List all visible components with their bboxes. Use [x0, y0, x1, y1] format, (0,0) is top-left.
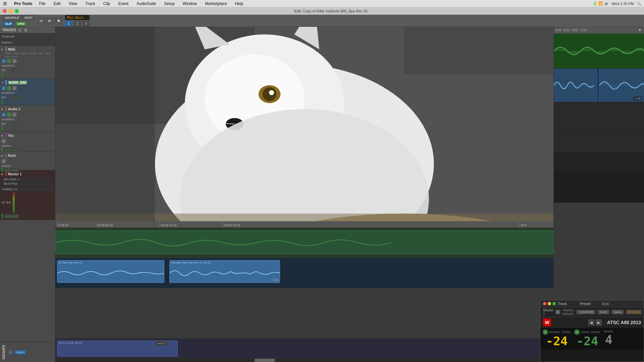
maximize-button[interactable]	[15, 9, 19, 13]
me-subtrack-list: 0090 · 0090 · 0090 · DeSL · Mic · Tikz ·…	[1, 52, 54, 58]
counter-3[interactable]: 3	[82, 21, 90, 26]
track-item-markers: Markers	[0, 40, 55, 46]
stop-button[interactable]: ⏹	[55, 17, 62, 24]
video-frame	[55, 27, 553, 221]
bypass-btn[interactable]: BYPASS	[626, 310, 642, 314]
scrollbar-thumb[interactable]	[255, 359, 275, 362]
waves-logo: W	[543, 318, 551, 326]
loudness-meters: SHORT TERM -24 LONG TERM -24 RANG 4	[540, 328, 644, 349]
apple-menu[interactable]: ⌘	[3, 1, 7, 6]
wf-track-empty2	[554, 132, 644, 153]
me-read-button[interactable]: read	[12, 68, 20, 72]
menu-track[interactable]: Track	[84, 1, 97, 6]
app-name[interactable]: Pro Tools	[14, 1, 32, 6]
group-item-all[interactable]: <ALL>	[14, 350, 26, 355]
nr009-input-button[interactable]: I	[7, 86, 11, 90]
master1-output: Analog 1-2	[2, 187, 17, 191]
timeline-area[interactable]: Nr 009_Spa Rec 01 Narrador 009_Spa Rec 0…	[55, 228, 553, 358]
video-area	[55, 27, 553, 221]
rvrb-expand-icon[interactable]: ▶	[1, 154, 4, 157]
nr009-mute-button[interactable]: M	[1, 86, 6, 90]
tracks-add-button[interactable]: +	[17, 28, 22, 33]
shuffle-mode[interactable]: SHUFFLE	[3, 15, 21, 20]
track-expand-icon[interactable]: ▶	[1, 48, 4, 51]
plugin-prev[interactable]: ◀	[588, 319, 594, 325]
svg-point-11	[269, 90, 274, 95]
me-input-button[interactable]: I	[7, 59, 11, 63]
plugin-channel-btn[interactable]: b	[555, 310, 560, 314]
rvrb-vol-label: volume	[1, 164, 11, 168]
me-fader-label: waveform	[1, 64, 11, 67]
spot-mode[interactable]: SPOT	[22, 15, 35, 20]
horizontal-scrollbar[interactable]	[55, 358, 553, 362]
native-btn[interactable]: Native	[611, 310, 624, 314]
menu-edit[interactable]: Edit	[52, 1, 62, 6]
master1-read-button[interactable]: auto read	[3, 214, 19, 218]
master1-insert2[interactable]: WLM Plus	[4, 182, 17, 185]
long-term-group: LONG TERM -24	[575, 330, 600, 347]
rewind-button[interactable]: ⏮	[38, 17, 45, 24]
master1-meter	[13, 192, 15, 213]
audio1-input-button[interactable]: I	[7, 112, 11, 117]
minimize-button[interactable]	[9, 9, 13, 13]
nr009-clip-2[interactable]: Narrador 009_Spa Rec 01_63-02 0 dB	[169, 260, 280, 283]
nr009-read-button[interactable]: read	[12, 95, 20, 99]
menu-help[interactable]: Help	[234, 1, 245, 6]
tracks-panel: TRACKS + ≡ Timecode Markers	[0, 27, 55, 362]
me-mute-button[interactable]: M	[1, 59, 6, 63]
play-button[interactable]: ▶	[46, 17, 54, 24]
track-item-me: ▶ M&E 0090 · 0090 · 0090 · DeSL · Mic · …	[0, 46, 55, 79]
nr009-solo-button[interactable]: S	[12, 86, 17, 90]
plugin-next[interactable]: ▶	[596, 319, 602, 325]
menu-window[interactable]: Window	[181, 1, 199, 6]
audio1-read-button[interactable]: read	[12, 122, 20, 126]
nr009-clip-1[interactable]: Nr 009_Spa Rec 01	[57, 260, 164, 283]
plugin-min[interactable]	[548, 302, 551, 305]
nr009-expand-icon[interactable]: ▼	[1, 81, 4, 84]
groups-list: 1 <ALL>	[8, 350, 26, 355]
close-button[interactable]	[3, 9, 7, 13]
loudness-panel: Track Preset Auto Master 1 b <factory de…	[540, 300, 644, 362]
menu-file[interactable]: File	[38, 1, 47, 6]
rvrb-solo-button[interactable]: S	[1, 159, 6, 164]
me-waveform-svg	[56, 231, 553, 254]
counter-2[interactable]: 2	[74, 21, 82, 26]
menu-marketplace[interactable]: Marketplace	[204, 1, 228, 6]
audio1-mute-button[interactable]: M	[1, 112, 6, 117]
audio1-solo-button[interactable]: S	[12, 112, 17, 117]
plugin-max[interactable]	[552, 302, 556, 305]
voz-read-button[interactable]: auto read	[3, 148, 19, 152]
range-group: RANG 4	[604, 330, 613, 347]
plugin-close[interactable]	[543, 302, 546, 305]
short-term-group: SHORT TERM -24	[543, 330, 571, 347]
slip-mode[interactable]: SLIP	[3, 21, 14, 26]
me-solo-button[interactable]: S	[12, 59, 17, 63]
master1-insert1[interactable]: API-2500	[4, 178, 16, 181]
tracks-menu-button[interactable]: ≡	[23, 28, 28, 33]
grid-mode[interactable]: GRID	[15, 21, 27, 26]
compare-btn[interactable]: COMPARE	[576, 310, 595, 314]
tracks-list[interactable]: Timecode Markers ▶ M&E	[0, 34, 55, 342]
voz-solo-button[interactable]: S	[1, 139, 6, 143]
menu-event[interactable]: Event	[117, 1, 130, 6]
me-clip-region[interactable]	[55, 231, 553, 254]
ruler-area: 6:49:00 00:06:50:00 00:06:51:00 00:06:52…	[55, 221, 553, 228]
group-item-1[interactable]: 1	[8, 350, 13, 355]
menu-setup[interactable]: Setup	[163, 1, 176, 6]
counter-1[interactable]: 1	[65, 21, 73, 26]
safe-btn[interactable]: SAFE	[597, 310, 609, 314]
master1-expand-icon[interactable]: ▶	[1, 173, 4, 175]
plugin-nav: ◀ ▶	[588, 319, 602, 325]
rvrb-track-name: Rvrb	[8, 154, 16, 158]
menu-view[interactable]: View	[67, 1, 78, 6]
search-icon[interactable]: 🔍	[637, 1, 641, 6]
waveform-scroll-right[interactable]: ▶	[639, 28, 643, 33]
rvrb-meter	[1, 168, 3, 172]
audio1-expand-icon[interactable]: ▶	[1, 108, 4, 110]
nr009-fader-label: waveform	[1, 91, 11, 95]
menu-clip[interactable]: Clip	[102, 1, 112, 6]
menu-audiosuite[interactable]: AudioSuite	[135, 1, 157, 6]
voz-expand-icon[interactable]: ▶	[1, 134, 4, 137]
wf-track-nr009: 0 dB	[554, 69, 644, 102]
ruler-mark-4: 6:53	[519, 221, 527, 228]
